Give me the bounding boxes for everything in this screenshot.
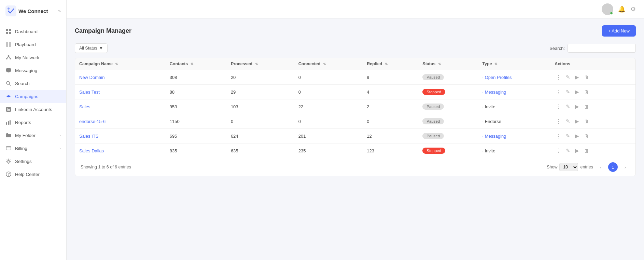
col-status[interactable]: Status ⇅: [418, 58, 478, 70]
campaign-connected: 22: [294, 99, 363, 114]
action-edit-button[interactable]: ✎: [564, 88, 572, 96]
action-schedule-button[interactable]: 🗓: [583, 103, 590, 110]
page-content: Campaign Manager + Add New All Status ▼ …: [67, 18, 644, 260]
action-more-button[interactable]: ⋮: [555, 88, 562, 96]
action-play-button[interactable]: ▶: [574, 103, 580, 110]
status-filter-dropdown[interactable]: All Status ▼: [75, 43, 108, 53]
sidebar-item-settings[interactable]: Settings: [0, 155, 66, 168]
campaign-status: Paused: [418, 99, 478, 114]
col-contacts[interactable]: Contacts ⇅: [166, 58, 227, 70]
action-edit-button[interactable]: ✎: [564, 118, 572, 125]
action-more-button[interactable]: ⋮: [555, 147, 562, 154]
campaign-processed: 20: [227, 70, 294, 85]
sidebar-item-playboard[interactable]: Playboard: [0, 38, 66, 51]
col-type[interactable]: Type ⇅: [478, 58, 550, 70]
settings-topbar-icon[interactable]: ⚙: [630, 5, 636, 13]
pagination-row: Showing 1 to 6 of 6 entries Show 10 25 5…: [75, 158, 635, 176]
action-play-button[interactable]: ▶: [574, 73, 580, 81]
campaign-type-link[interactable]: · Messaging: [482, 90, 506, 95]
pagination-entries-info: Showing 1 to 6 of 6 entries: [81, 165, 131, 169]
network-icon: [5, 54, 12, 60]
action-schedule-button[interactable]: 🗓: [583, 88, 590, 96]
action-edit-button[interactable]: ✎: [564, 73, 572, 81]
campaign-type: · Invite: [482, 104, 495, 109]
notification-bell-icon[interactable]: 🔔: [618, 5, 626, 13]
campaign-contacts: 695: [166, 129, 227, 143]
sidebar-item-reports[interactable]: Reports: [0, 116, 66, 129]
campaign-type-cell: · Open Profiles: [478, 70, 550, 85]
col-connected[interactable]: Connected ⇅: [294, 58, 363, 70]
sidebar-item-label: Linkedin Accounts: [15, 107, 52, 112]
campaigns-table: Campaign Name ⇅ Contacts ⇅ Processed ⇅ C…: [75, 58, 635, 158]
action-edit-button[interactable]: ✎: [564, 132, 572, 140]
sidebar-item-campaigns[interactable]: Campaigns: [0, 90, 66, 103]
pagination-prev-button[interactable]: ‹: [596, 162, 605, 172]
svg-rect-5: [9, 32, 11, 34]
campaign-replied: 123: [363, 143, 418, 158]
sidebar-item-messaging[interactable]: Messaging: [0, 64, 66, 77]
svg-rect-18: [6, 122, 7, 125]
help-icon: ?: [5, 171, 12, 177]
col-replied[interactable]: Replied ⇅: [363, 58, 418, 70]
campaign-name-cell[interactable]: Sales Test: [75, 85, 166, 99]
campaign-name-cell[interactable]: Sales ITS: [75, 129, 166, 143]
action-edit-button[interactable]: ✎: [564, 147, 572, 154]
sidebar-collapse-button[interactable]: »: [58, 8, 61, 14]
sidebar-item-billing[interactable]: Billing ›: [0, 142, 66, 155]
sidebar-item-search[interactable]: Search: [0, 77, 66, 90]
campaign-name-cell[interactable]: Sales Dallas: [75, 143, 166, 158]
svg-rect-6: [6, 42, 8, 47]
search-input[interactable]: [568, 44, 636, 53]
action-schedule-button[interactable]: 🗓: [583, 74, 590, 81]
pagination-next-button[interactable]: ›: [620, 162, 630, 172]
campaign-type-cell: · Messaging: [478, 85, 550, 99]
col-campaign-name[interactable]: Campaign Name ⇅: [75, 58, 166, 70]
campaign-processed: 624: [227, 129, 294, 143]
add-new-button[interactable]: + Add New: [602, 25, 636, 37]
campaign-name-cell[interactable]: Sales: [75, 99, 166, 114]
sidebar: We Connect » Dashboard Playboard My Netw…: [0, 0, 67, 260]
sidebar-item-label: Dashboard: [15, 29, 38, 34]
action-play-button[interactable]: ▶: [574, 88, 580, 96]
action-schedule-button[interactable]: 🗓: [583, 147, 590, 154]
pagination-page-1-button[interactable]: 1: [608, 162, 618, 172]
settings-nav-icon: [5, 158, 12, 164]
action-more-button[interactable]: ⋮: [555, 103, 562, 110]
action-more-button[interactable]: ⋮: [555, 118, 562, 125]
action-more-button[interactable]: ⋮: [555, 73, 562, 81]
action-play-button[interactable]: ▶: [574, 132, 580, 140]
linkedin-icon: in: [5, 106, 12, 112]
campaign-type-link[interactable]: · Messaging: [482, 134, 506, 139]
action-play-button[interactable]: ▶: [574, 147, 580, 154]
sidebar-item-dashboard[interactable]: Dashboard: [0, 25, 66, 38]
action-schedule-button[interactable]: 🗓: [583, 118, 590, 125]
chevron-down-icon: ▼: [99, 46, 103, 51]
table-row: Sales Dallas 835 635 235 123 Stopped · I…: [75, 143, 635, 158]
show-label: Show: [547, 165, 557, 169]
pagination-controls: Show 10 25 50 100 entries ‹ 1 ›: [547, 162, 630, 172]
action-schedule-button[interactable]: 🗓: [583, 133, 590, 140]
sort-icon: ⇅: [494, 62, 497, 66]
entries-select[interactable]: 10 25 50 100: [559, 163, 578, 171]
sidebar-item-help-center[interactable]: ? Help Center: [0, 168, 66, 181]
action-play-button[interactable]: ▶: [574, 118, 580, 125]
campaign-contacts: 953: [166, 99, 227, 114]
action-more-button[interactable]: ⋮: [555, 132, 562, 140]
campaign-type-cell: · Endorse: [478, 114, 550, 129]
sidebar-item-my-folder[interactable]: My Folder ›: [0, 129, 66, 142]
svg-line-12: [9, 57, 10, 58]
campaign-actions: ⋮ ✎ ▶ 🗓: [550, 143, 635, 158]
sidebar-item-my-network[interactable]: My Network: [0, 51, 66, 64]
svg-rect-0: [5, 5, 16, 16]
folder-icon: [5, 132, 12, 138]
table-row: Sales ITS 695 624 201 12 Paused · Messag…: [75, 129, 635, 143]
chevron-right-icon: ›: [59, 146, 61, 150]
campaign-name-cell[interactable]: endorse-15-6: [75, 114, 166, 129]
sidebar-item-linkedin-accounts[interactable]: in Linkedin Accounts: [0, 103, 66, 116]
campaign-name-cell[interactable]: New Domain: [75, 70, 166, 85]
avatar[interactable]: [602, 3, 613, 15]
action-edit-button[interactable]: ✎: [564, 103, 572, 110]
campaign-status: Paused: [418, 70, 478, 85]
campaign-type-link[interactable]: · Open Profiles: [482, 75, 512, 80]
col-processed[interactable]: Processed ⇅: [227, 58, 294, 70]
